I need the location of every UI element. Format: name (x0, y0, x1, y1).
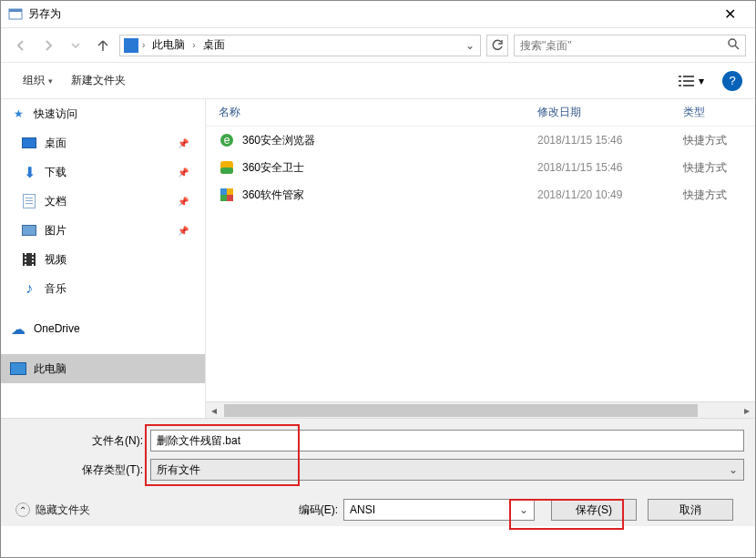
svg-rect-1 (9, 9, 22, 12)
filename-field[interactable] (150, 430, 744, 451)
file-name: 360安全卫士 (242, 160, 537, 176)
new-folder-button[interactable]: 新建文件夹 (62, 69, 135, 92)
column-headers: 名称 修改日期 类型 (206, 99, 755, 127)
forward-button[interactable] (37, 35, 59, 56)
hide-folders-toggle[interactable]: ⌃ 隐藏文件夹 (12, 502, 90, 518)
svg-rect-4 (679, 76, 681, 77)
column-modified[interactable]: 修改日期 (537, 105, 683, 120)
shortcut-icon (219, 187, 235, 203)
address-dropdown-icon[interactable]: ⌄ (465, 39, 475, 52)
organize-button[interactable]: 组织 ▾ (14, 69, 62, 92)
body-area: ★ 快速访问 桌面 📌 ⬇ 下载 📌 文档 📌 图片 📌 视频 ♪ (1, 99, 755, 418)
filetype-label: 保存类型(T): (12, 462, 150, 478)
svg-rect-16 (220, 195, 227, 201)
chevron-right-icon: › (142, 40, 145, 50)
view-mode-button[interactable]: ▾ (673, 71, 710, 91)
file-date: 2018/11/20 10:49 (537, 188, 683, 201)
file-date: 2018/11/15 15:46 (537, 134, 683, 147)
file-row[interactable]: 360软件管家 2018/11/20 10:49 快捷方式 (206, 181, 755, 208)
pin-icon: 📌 (178, 226, 189, 236)
picture-icon (21, 222, 37, 238)
address-bar[interactable]: › 此电脑 › 桌面 ⌄ (119, 35, 481, 56)
svg-line-3 (735, 46, 739, 49)
encoding-combo[interactable]: ANSI ⌄ (343, 499, 535, 521)
sidebar-item-desktop[interactable]: 桌面 📌 (1, 128, 205, 157)
music-icon: ♪ (21, 280, 37, 297)
quick-access-label: 快速访问 (34, 107, 77, 122)
filename-input[interactable] (157, 434, 738, 447)
navigation-bar: › 此电脑 › 桌面 ⌄ (1, 28, 755, 63)
search-box[interactable] (514, 35, 746, 56)
chevron-right-icon: › (192, 40, 195, 50)
recent-dropdown[interactable] (65, 35, 87, 56)
chevron-down-icon: ▾ (699, 75, 704, 87)
sidebar-item-videos[interactable]: 视频 (1, 245, 205, 274)
list-view-icon (679, 75, 695, 87)
svg-rect-8 (679, 85, 681, 86)
svg-rect-6 (679, 80, 681, 82)
svg-point-2 (729, 39, 736, 46)
scrollbar-thumb[interactable] (224, 404, 698, 417)
location-icon (124, 38, 138, 53)
sidebar-onedrive[interactable]: ☁ OneDrive (1, 314, 205, 343)
new-folder-label: 新建文件夹 (71, 73, 126, 88)
pin-icon: 📌 (178, 197, 189, 207)
cancel-label: 取消 (679, 502, 701, 518)
scroll-right-icon[interactable]: ▸ (739, 404, 755, 417)
save-button[interactable]: 保存(S) (551, 499, 637, 521)
up-button[interactable] (92, 35, 114, 56)
horizontal-scrollbar[interactable]: ◂ ▸ (206, 401, 755, 418)
filetype-value: 所有文件 (157, 462, 200, 478)
sidebar-quick-access[interactable]: ★ 快速访问 (1, 99, 205, 128)
window-title: 另存为 (28, 6, 711, 22)
sidebar-item-documents[interactable]: 文档 📌 (1, 187, 205, 216)
chevron-down-icon: ▾ (48, 76, 53, 86)
sidebar-this-pc[interactable]: 此电脑 (1, 354, 205, 383)
monitor-icon (21, 135, 37, 151)
cancel-button[interactable]: 取消 (648, 499, 733, 521)
star-icon: ★ (10, 106, 26, 122)
filetype-combo[interactable]: 所有文件 ⌄ (150, 459, 744, 481)
shortcut-icon: e (219, 132, 235, 148)
svg-text:e: e (224, 134, 230, 147)
pc-icon (10, 360, 26, 377)
onedrive-label: OneDrive (34, 322, 80, 335)
shortcut-icon (219, 159, 235, 176)
file-list-area: 名称 修改日期 类型 e 360安全浏览器 2018/11/15 15:46 快… (206, 99, 755, 418)
encoding-value: ANSI (350, 503, 375, 516)
back-button[interactable] (10, 35, 32, 56)
pin-icon: 📌 (178, 167, 189, 178)
file-type: 快捷方式 (683, 160, 727, 176)
sidebar-item-music[interactable]: ♪ 音乐 (1, 274, 205, 303)
file-row[interactable]: e 360安全浏览器 2018/11/15 15:46 快捷方式 (206, 127, 755, 154)
refresh-button[interactable] (486, 35, 508, 56)
svg-rect-5 (683, 76, 694, 77)
filename-row: 文件名(N): (12, 430, 744, 451)
bottom-row: ⌃ 隐藏文件夹 编码(E): ANSI ⌄ 保存(S) 取消 (12, 499, 744, 521)
download-icon: ⬇ (21, 164, 37, 180)
sidebar: ★ 快速访问 桌面 📌 ⬇ 下载 📌 文档 📌 图片 📌 视频 ♪ (1, 99, 205, 418)
this-pc-label: 此电脑 (34, 361, 66, 377)
toolbar: 组织 ▾ 新建文件夹 ▾ ? (1, 63, 755, 99)
file-row[interactable]: 360安全卫士 2018/11/15 15:46 快捷方式 (206, 154, 755, 181)
search-input[interactable] (520, 39, 727, 52)
file-date: 2018/11/15 15:46 (537, 161, 683, 174)
close-button[interactable]: ✕ (711, 5, 748, 23)
svg-rect-7 (683, 80, 694, 82)
organize-label: 组织 (23, 73, 45, 88)
sidebar-item-label: 文档 (45, 194, 66, 209)
path-segment-desktop[interactable]: 桌面 (199, 37, 229, 53)
column-name[interactable]: 名称 (219, 105, 537, 120)
sidebar-item-downloads[interactable]: ⬇ 下载 📌 (1, 157, 205, 187)
sidebar-item-pictures[interactable]: 图片 📌 (1, 216, 205, 245)
svg-rect-13 (220, 167, 233, 174)
svg-rect-14 (220, 188, 227, 195)
scroll-left-icon[interactable]: ◂ (206, 404, 222, 417)
encoding-label: 编码(E): (299, 502, 338, 518)
column-type[interactable]: 类型 (683, 105, 755, 120)
search-icon[interactable] (727, 37, 740, 53)
sidebar-item-label: 桌面 (45, 136, 66, 151)
help-button[interactable]: ? (722, 71, 742, 91)
path-segment-pc[interactable]: 此电脑 (148, 37, 189, 53)
sidebar-item-label: 下载 (45, 165, 66, 180)
